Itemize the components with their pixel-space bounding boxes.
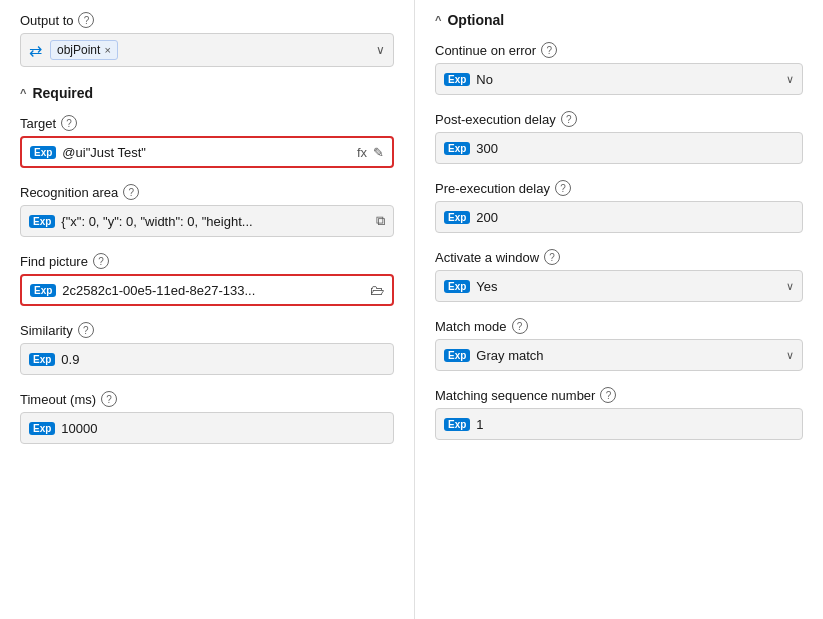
continue-error-select[interactable]: Exp No ∨ bbox=[435, 63, 803, 95]
post-delay-group: Post-execution delay ? Exp 300 bbox=[435, 111, 803, 164]
find-picture-value-text: 2c2582c1-00e5-11ed-8e27-133... bbox=[62, 283, 364, 298]
timeout-value-text: 10000 bbox=[61, 421, 385, 436]
target-help-icon[interactable]: ? bbox=[61, 115, 77, 131]
output-to-label: Output to ? bbox=[20, 12, 394, 28]
output-to-input[interactable]: ⇄ objPoint × ∨ bbox=[20, 33, 394, 67]
recognition-copy-icon[interactable]: ⧉ bbox=[376, 213, 385, 229]
activate-window-help-icon[interactable]: ? bbox=[544, 249, 560, 265]
target-fx-icon[interactable]: fx bbox=[357, 145, 367, 160]
timeout-input[interactable]: Exp 10000 bbox=[20, 412, 394, 444]
similarity-help-icon[interactable]: ? bbox=[78, 322, 94, 338]
continue-error-help-icon[interactable]: ? bbox=[541, 42, 557, 58]
output-tag-close[interactable]: × bbox=[104, 44, 110, 56]
match-mode-help-icon[interactable]: ? bbox=[512, 318, 528, 334]
target-label-text: Target bbox=[20, 116, 56, 131]
activate-window-exp-badge: Exp bbox=[444, 280, 470, 293]
match-mode-value-text: Gray match bbox=[476, 348, 780, 363]
timeout-label-text: Timeout (ms) bbox=[20, 392, 96, 407]
timeout-exp-badge: Exp bbox=[29, 422, 55, 435]
similarity-input[interactable]: Exp 0.9 bbox=[20, 343, 394, 375]
matching-seq-group: Matching sequence number ? Exp 1 bbox=[435, 387, 803, 440]
right-panel: ^ Optional Continue on error ? Exp No ∨ … bbox=[415, 0, 823, 619]
timeout-label: Timeout (ms) ? bbox=[20, 391, 394, 407]
recognition-area-input[interactable]: Exp {"x": 0, "y": 0, "width": 0, "height… bbox=[20, 205, 394, 237]
recognition-value-text: {"x": 0, "y": 0, "width": 0, "height... bbox=[61, 214, 370, 229]
similarity-value-text: 0.9 bbox=[61, 352, 385, 367]
match-mode-label-text: Match mode bbox=[435, 319, 507, 334]
post-delay-label-text: Post-execution delay bbox=[435, 112, 556, 127]
continue-error-label: Continue on error ? bbox=[435, 42, 803, 58]
match-mode-chevron-icon[interactable]: ∨ bbox=[786, 349, 794, 362]
matching-seq-input[interactable]: Exp 1 bbox=[435, 408, 803, 440]
match-mode-exp-badge: Exp bbox=[444, 349, 470, 362]
pre-delay-help-icon[interactable]: ? bbox=[555, 180, 571, 196]
target-exp-badge: Exp bbox=[30, 146, 56, 159]
continue-error-chevron-icon[interactable]: ∨ bbox=[786, 73, 794, 86]
similarity-label-text: Similarity bbox=[20, 323, 73, 338]
activate-window-label: Activate a window ? bbox=[435, 249, 803, 265]
matching-seq-value-text: 1 bbox=[476, 417, 794, 432]
match-mode-label: Match mode ? bbox=[435, 318, 803, 334]
recognition-label-text: Recognition area bbox=[20, 185, 118, 200]
activate-window-label-text: Activate a window bbox=[435, 250, 539, 265]
optional-chevron-icon: ^ bbox=[435, 14, 441, 26]
similarity-exp-badge: Exp bbox=[29, 353, 55, 366]
recognition-exp-badge: Exp bbox=[29, 215, 55, 228]
continue-error-exp-badge: Exp bbox=[444, 73, 470, 86]
timeout-group: Timeout (ms) ? Exp 10000 bbox=[20, 391, 394, 444]
required-chevron-icon: ^ bbox=[20, 87, 26, 99]
required-section-header[interactable]: ^ Required bbox=[20, 85, 394, 101]
matching-seq-exp-badge: Exp bbox=[444, 418, 470, 431]
output-tag-text: objPoint bbox=[57, 43, 100, 57]
matching-seq-label-text: Matching sequence number bbox=[435, 388, 595, 403]
find-picture-label: Find picture ? bbox=[20, 253, 394, 269]
match-mode-select[interactable]: Exp Gray match ∨ bbox=[435, 339, 803, 371]
pre-delay-label: Pre-execution delay ? bbox=[435, 180, 803, 196]
post-delay-value-text: 300 bbox=[476, 141, 794, 156]
target-label: Target ? bbox=[20, 115, 394, 131]
output-to-help-icon[interactable]: ? bbox=[78, 12, 94, 28]
matching-seq-help-icon[interactable]: ? bbox=[600, 387, 616, 403]
output-icon: ⇄ bbox=[29, 41, 42, 60]
find-picture-input[interactable]: Exp 2c2582c1-00e5-11ed-8e27-133... 🗁 bbox=[20, 274, 394, 306]
find-picture-group: Find picture ? Exp 2c2582c1-00e5-11ed-8e… bbox=[20, 253, 394, 306]
pre-delay-group: Pre-execution delay ? Exp 200 bbox=[435, 180, 803, 233]
match-mode-group: Match mode ? Exp Gray match ∨ bbox=[435, 318, 803, 371]
output-to-text: Output to bbox=[20, 13, 73, 28]
continue-error-label-text: Continue on error bbox=[435, 43, 536, 58]
target-input[interactable]: Exp @ui"Just Test" fx ✎ bbox=[20, 136, 394, 168]
recognition-area-group: Recognition area ? Exp {"x": 0, "y": 0, … bbox=[20, 184, 394, 237]
timeout-help-icon[interactable]: ? bbox=[101, 391, 117, 407]
output-to-group: Output to ? ⇄ objPoint × ∨ bbox=[20, 12, 394, 67]
recognition-area-label: Recognition area ? bbox=[20, 184, 394, 200]
similarity-label: Similarity ? bbox=[20, 322, 394, 338]
find-picture-help-icon[interactable]: ? bbox=[93, 253, 109, 269]
matching-seq-label: Matching sequence number ? bbox=[435, 387, 803, 403]
post-delay-help-icon[interactable]: ? bbox=[561, 111, 577, 127]
target-edit-icon[interactable]: ✎ bbox=[373, 145, 384, 160]
continue-error-group: Continue on error ? Exp No ∨ bbox=[435, 42, 803, 95]
output-chevron-icon[interactable]: ∨ bbox=[376, 43, 385, 57]
post-delay-exp-badge: Exp bbox=[444, 142, 470, 155]
target-group: Target ? Exp @ui"Just Test" fx ✎ bbox=[20, 115, 394, 168]
activate-window-value-text: Yes bbox=[476, 279, 780, 294]
required-header-text: Required bbox=[32, 85, 93, 101]
pre-delay-value-text: 200 bbox=[476, 210, 794, 225]
find-picture-folder-icon[interactable]: 🗁 bbox=[370, 282, 384, 298]
optional-section-header[interactable]: ^ Optional bbox=[435, 12, 803, 28]
recognition-area-help-icon[interactable]: ? bbox=[123, 184, 139, 200]
similarity-group: Similarity ? Exp 0.9 bbox=[20, 322, 394, 375]
post-delay-label: Post-execution delay ? bbox=[435, 111, 803, 127]
optional-header-text: Optional bbox=[447, 12, 504, 28]
find-picture-label-text: Find picture bbox=[20, 254, 88, 269]
activate-window-select[interactable]: Exp Yes ∨ bbox=[435, 270, 803, 302]
activate-window-chevron-icon[interactable]: ∨ bbox=[786, 280, 794, 293]
output-tag: objPoint × bbox=[50, 40, 118, 60]
post-delay-input[interactable]: Exp 300 bbox=[435, 132, 803, 164]
continue-error-value-text: No bbox=[476, 72, 780, 87]
pre-delay-label-text: Pre-execution delay bbox=[435, 181, 550, 196]
pre-delay-exp-badge: Exp bbox=[444, 211, 470, 224]
activate-window-group: Activate a window ? Exp Yes ∨ bbox=[435, 249, 803, 302]
pre-delay-input[interactable]: Exp 200 bbox=[435, 201, 803, 233]
left-panel: Output to ? ⇄ objPoint × ∨ ^ Required Ta… bbox=[0, 0, 415, 619]
